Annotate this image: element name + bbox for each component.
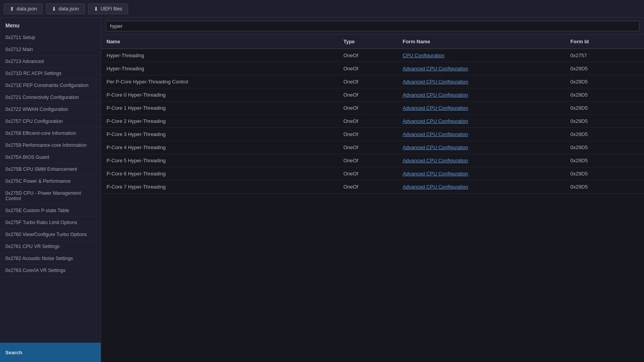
cell-formname[interactable]: Advanced CPU Configuration xyxy=(397,128,565,141)
cell-formname[interactable]: Advanced CPU Configuration xyxy=(397,141,565,154)
download-icon: ⬇ xyxy=(52,6,56,12)
col-header-formname: Form Name xyxy=(397,35,565,49)
col-header-name: Name xyxy=(101,35,338,49)
search-bar xyxy=(101,18,644,35)
sidebar-menu-label: Menu xyxy=(0,18,101,32)
table-row: P-Core 4 Hyper-ThreadingOneOfAdvanced CP… xyxy=(101,141,644,154)
cell-formname[interactable]: Advanced CPU Configuration xyxy=(397,75,565,88)
formname-link[interactable]: Advanced CPU Configuration xyxy=(402,171,468,177)
cell-formid: 0x29D5 xyxy=(565,128,644,141)
sidebar-item-0x275F[interactable]: 0x275F Turbo Ratio Limit Options xyxy=(0,217,101,229)
sidebar-item-0x275B[interactable]: 0x275B CPU SMM Enhancement xyxy=(0,163,101,175)
table-row: P-Core 7 Hyper-ThreadingOneOfAdvanced CP… xyxy=(101,180,644,194)
cell-formid: 0x29D5 xyxy=(565,167,644,180)
cell-formname[interactable]: Advanced CPU Configuration xyxy=(397,62,565,75)
sidebar-item-0x2757[interactable]: 0x2757 CPU Configuration xyxy=(0,116,101,127)
cell-name: P-Core 5 Hyper-Threading xyxy=(101,154,338,167)
table-row: Per P-Core Hyper-Threading ControlOneOfA… xyxy=(101,75,644,88)
cell-name: Per P-Core Hyper-Threading Control xyxy=(101,75,338,88)
sidebar-item-0x2758[interactable]: 0x2758 Efficient-core Information xyxy=(0,127,101,139)
cell-name: P-Core 7 Hyper-Threading xyxy=(101,180,338,194)
cell-type: OneOf xyxy=(338,141,397,154)
cell-formname[interactable]: Advanced CPU Configuration xyxy=(397,180,565,194)
table-container: Name Type Form Name Form Id Hyper-Thread… xyxy=(101,35,644,362)
cell-formid: 0x29D5 xyxy=(565,154,644,167)
cell-type: OneOf xyxy=(338,167,397,180)
formname-link[interactable]: CPU Configuration xyxy=(402,53,444,58)
sidebar-item-0x271E[interactable]: 0x271E PEP Constraints Configuration xyxy=(0,80,101,92)
cell-formname[interactable]: Advanced CPU Configuration xyxy=(397,102,565,115)
cell-formname[interactable]: CPU Configuration xyxy=(397,49,565,62)
formname-link[interactable]: Advanced CPU Configuration xyxy=(402,66,468,71)
cell-type: OneOf xyxy=(338,75,397,88)
table-row: Hyper-ThreadingOneOfCPU Configuration0x2… xyxy=(101,49,644,62)
sidebar-item-0x275A[interactable]: 0x275A BIOS Guard xyxy=(0,151,101,163)
cell-name: P-Core 2 Hyper-Threading xyxy=(101,115,338,128)
cell-name: Hyper-Threading xyxy=(101,49,338,62)
formname-link[interactable]: Advanced CPU Configuration xyxy=(402,79,468,85)
cell-type: OneOf xyxy=(338,154,397,167)
download-data-json-button[interactable]: ⬇ data.json xyxy=(46,3,85,14)
cell-name: Hyper-Threading xyxy=(101,62,338,75)
cell-type: OneOf xyxy=(338,115,397,128)
cell-formid: 0x29D5 xyxy=(565,141,644,154)
table-row: Hyper-ThreadingOneOfAdvanced CPU Configu… xyxy=(101,62,644,75)
cell-name: P-Core 6 Hyper-Threading xyxy=(101,167,338,180)
cell-type: OneOf xyxy=(338,62,397,75)
sidebar-item-0x2722[interactable]: 0x2722 WWAN Configuration xyxy=(0,104,101,116)
sidebar-item-0x2761[interactable]: 0x2761 CPU VR Settings xyxy=(0,241,101,253)
col-header-formid: Form Id xyxy=(565,35,644,49)
table-row: P-Core 1 Hyper-ThreadingOneOfAdvanced CP… xyxy=(101,102,644,115)
cell-formid: 0x2757 xyxy=(565,49,644,62)
cell-formid: 0x29D5 xyxy=(565,75,644,88)
results-table: Name Type Form Name Form Id Hyper-Thread… xyxy=(101,35,644,194)
table-row: P-Core 3 Hyper-ThreadingOneOfAdvanced CP… xyxy=(101,128,644,141)
formname-link[interactable]: Advanced CPU Configuration xyxy=(402,118,468,124)
sidebar-list: 0x2711 Setup0x2712 Main0x2713 Advanced0x… xyxy=(0,32,101,343)
cell-formname[interactable]: Advanced CPU Configuration xyxy=(397,88,565,102)
cell-type: OneOf xyxy=(338,88,397,102)
formname-link[interactable]: Advanced CPU Configuration xyxy=(402,184,468,190)
sidebar-item-0x275E[interactable]: 0x275E Custom P-state Table xyxy=(0,205,101,217)
table-header-row: Name Type Form Name Form Id xyxy=(101,35,644,49)
upload-data-json-button[interactable]: ⬆ data.json xyxy=(4,3,43,14)
formname-link[interactable]: Advanced CPU Configuration xyxy=(402,158,468,163)
cell-formname[interactable]: Advanced CPU Configuration xyxy=(397,115,565,128)
content-area: Name Type Form Name Form Id Hyper-Thread… xyxy=(101,18,644,362)
sidebar-item-0x2762[interactable]: 0x2762 Acoustic Noise Settings xyxy=(0,253,101,265)
formname-link[interactable]: Advanced CPU Configuration xyxy=(402,105,468,111)
cell-name: P-Core 0 Hyper-Threading xyxy=(101,88,338,102)
table-row: P-Core 6 Hyper-ThreadingOneOfAdvanced CP… xyxy=(101,167,644,180)
table-row: P-Core 0 Hyper-ThreadingOneOfAdvanced CP… xyxy=(101,88,644,102)
download-uefi-icon: ⬇ xyxy=(94,6,98,12)
cell-formid: 0x29D5 xyxy=(565,180,644,194)
cell-formname[interactable]: Advanced CPU Configuration xyxy=(397,167,565,180)
sidebar-item-0x2711[interactable]: 0x2711 Setup xyxy=(0,32,101,44)
formname-link[interactable]: Advanced CPU Configuration xyxy=(402,92,468,98)
sidebar-item-0x2759[interactable]: 0x2759 Performance-core Information xyxy=(0,139,101,151)
sidebar-item-0x275D[interactable]: 0x275D CPU - Power Management Control xyxy=(0,187,101,205)
sidebar-item-0x2760[interactable]: 0x2760 View/Configure Turbo Options xyxy=(0,229,101,241)
sidebar-item-0x2763[interactable]: 0x2763 Core/IA VR Settings xyxy=(0,265,101,277)
cell-name: P-Core 3 Hyper-Threading xyxy=(101,128,338,141)
table-row: P-Core 2 Hyper-ThreadingOneOfAdvanced CP… xyxy=(101,115,644,128)
sidebar-item-0x275C[interactable]: 0x275C Power & Performance xyxy=(0,175,101,187)
table-row: P-Core 5 Hyper-ThreadingOneOfAdvanced CP… xyxy=(101,154,644,167)
main-layout: Menu 0x2711 Setup0x2712 Main0x2713 Advan… xyxy=(0,18,644,362)
formname-link[interactable]: Advanced CPU Configuration xyxy=(402,144,468,150)
formname-link[interactable]: Advanced CPU Configuration xyxy=(402,131,468,137)
cell-type: OneOf xyxy=(338,49,397,62)
sidebar-item-0x2721[interactable]: 0x2721 Connectivity Configuration xyxy=(0,92,101,104)
toolbar: ⬆ data.json ⬇ data.json ⬇ UEFI files xyxy=(0,0,644,18)
sidebar-item-0x271D[interactable]: 0x271D RC ACPI Settings xyxy=(0,68,101,80)
cell-type: OneOf xyxy=(338,102,397,115)
upload-icon: ⬆ xyxy=(10,6,14,12)
cell-formid: 0x29D5 xyxy=(565,115,644,128)
sidebar-search-button[interactable]: Search xyxy=(0,343,101,362)
cell-formname[interactable]: Advanced CPU Configuration xyxy=(397,154,565,167)
sidebar-item-0x2713[interactable]: 0x2713 Advanced xyxy=(0,56,101,68)
search-input[interactable] xyxy=(106,21,639,31)
sidebar-item-0x2712[interactable]: 0x2712 Main xyxy=(0,44,101,56)
download-uefi-files-button[interactable]: ⬇ UEFI files xyxy=(88,3,128,14)
sidebar: Menu 0x2711 Setup0x2712 Main0x2713 Advan… xyxy=(0,18,101,362)
